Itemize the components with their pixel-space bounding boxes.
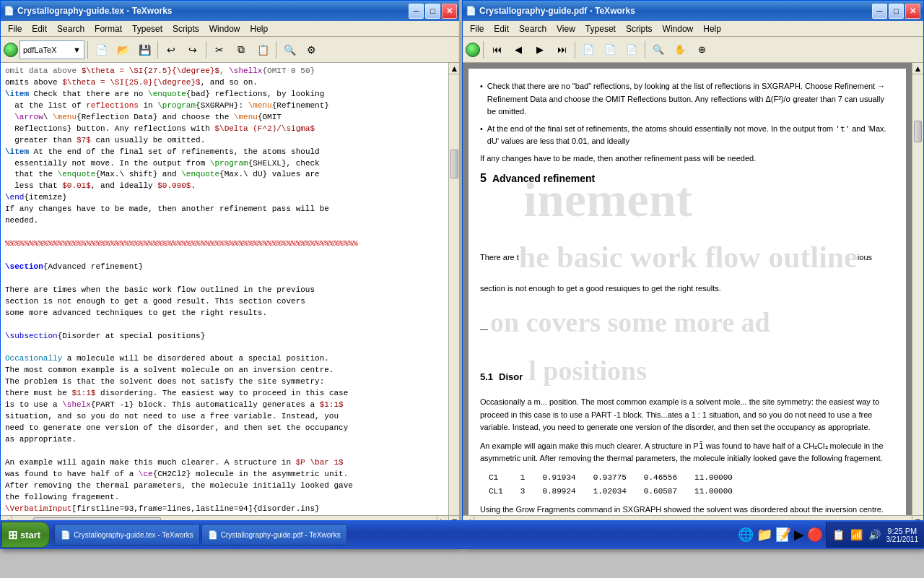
pdf-subsection-title: Disor (499, 370, 523, 384)
page-view-button[interactable]: 📄 (578, 40, 598, 60)
scroll-up-button[interactable]: ▲ (449, 63, 460, 74)
prev-page-button[interactable]: ◀ (508, 40, 528, 60)
page-view-button-2[interactable]: 📄 (600, 40, 620, 60)
pdf-example-text: An example will again make this much cle… (480, 440, 894, 465)
app-icon-3[interactable]: 🔴 (807, 527, 823, 543)
pdf-menu-window[interactable]: Window (658, 22, 698, 35)
search-button[interactable]: 🔍 (279, 40, 300, 60)
start-button[interactable]: ⊞ start (1, 522, 50, 548)
editor-menu-typeset[interactable]: Typeset (128, 22, 167, 35)
editor-menu-search[interactable]: Search (53, 22, 89, 35)
folder-icon[interactable]: 📁 (757, 527, 772, 543)
code-line: was found to have half of a \ce{CH2Cl2} … (5, 469, 444, 480)
editor-window-controls: ─ □ ✕ (409, 4, 457, 19)
editor-menu-window[interactable]: Window (205, 22, 245, 35)
last-page-button[interactable]: ⏭ (552, 40, 572, 60)
editor-menu-file[interactable]: File (4, 22, 26, 35)
code-line: The problem is that the solvent does not… (5, 376, 444, 388)
pdf-menu-search[interactable]: Search (515, 22, 551, 35)
editor-minimize-button[interactable]: ─ (409, 4, 424, 19)
cut-button[interactable]: ✂ (209, 40, 230, 60)
pdf-content-area[interactable]: • Check that there are no "bad" reflecti… (463, 63, 912, 527)
windows-logo: ⊞ (8, 528, 17, 542)
pdf-minimize-button[interactable]: ─ (872, 4, 887, 19)
pdf-menu-typeset[interactable]: Typeset (581, 22, 620, 35)
hand-tool-button[interactable]: ✋ (670, 40, 690, 60)
pdf-subsection-number: 5.1 (480, 370, 493, 384)
code-line: Reflections} button. Any reflections wit… (5, 124, 444, 135)
editor-menu-scripts[interactable]: Scripts (168, 22, 204, 35)
pdf-scroll-up[interactable]: ▲ (912, 63, 923, 74)
show-desktop-icon[interactable]: 📋 (832, 529, 845, 540)
editor-menu-help[interactable]: Help (245, 22, 272, 35)
pdf-section-header: 5 Advanced refinement (480, 170, 894, 187)
scroll-thumb[interactable] (450, 150, 458, 178)
pdf-menu-edit[interactable]: Edit (489, 22, 513, 35)
code-line: there must be $1:1$ disordering. The eas… (5, 388, 444, 400)
window-splitter[interactable] (459, 0, 462, 549)
magnify-button[interactable]: ⊕ (692, 40, 712, 60)
editor-text-area[interactable]: omit data above $\theta = \SI{27.5}{\deg… (1, 63, 448, 527)
code-line: \section{Advanced refinement} (5, 262, 444, 273)
editor-close-button[interactable]: ✕ (442, 4, 457, 19)
editor-menu-format[interactable]: Format (90, 22, 126, 35)
start-label: start (20, 530, 40, 540)
code-line selected-line: section is not enough to get a good resu… (5, 296, 444, 308)
ie-icon[interactable]: 🌐 (738, 527, 754, 543)
code-line: situation, and so you do not need to use… (5, 411, 444, 423)
texworks-icon[interactable]: 📝 (775, 527, 791, 543)
editor-menu-edit[interactable]: Edit (27, 22, 51, 35)
pdf-section-area: 5 Advanced refinement inement (480, 170, 894, 228)
pdf-menu-help[interactable]: Help (699, 22, 725, 35)
settings-button[interactable]: ⚙ (301, 40, 321, 60)
editor-maximize-button[interactable]: □ (425, 4, 440, 19)
pdf-window-controls: ─ □ ✕ (872, 4, 920, 19)
redo-button[interactable]: ↪ (183, 40, 203, 60)
volume-icon[interactable]: 🔊 (868, 529, 881, 540)
next-page-button[interactable]: ▶ (530, 40, 550, 60)
code-line: \subsection{Disorder at special position… (5, 331, 444, 342)
pdf-menu-file[interactable]: File (466, 22, 488, 35)
media-icon[interactable]: ▶ (794, 527, 804, 543)
code-line: \VerbatimInput[firstline=93,frame=lines,… (5, 504, 444, 515)
code-line: omit data above $\theta = \SI{27.5}{\deg… (5, 66, 444, 77)
code-line: \arrow\ \menu{Reflection Data} and choos… (5, 112, 444, 124)
pdf-section-body: There are the basic work flow outlineiou… (480, 233, 894, 295)
code-line: \item Check that there are no \enquote{b… (5, 89, 444, 100)
pdf-close-button[interactable]: ✕ (905, 4, 920, 19)
pdf-run-button[interactable] (466, 43, 480, 57)
taskbar-app-label-0: Crystallography-guide.tex - TeXworks (74, 531, 193, 539)
editor-menu-bar: File Edit Search Format Typeset Scripts … (1, 21, 460, 37)
editor-vscrollbar[interactable]: ▲ ▼ (448, 63, 460, 527)
table-row: C1 1 0.91934 0.93775 0.46556 11.00000 (480, 471, 741, 485)
new-button[interactable]: 📄 (91, 40, 111, 60)
pdf-vscrollbar[interactable]: ▲ ▼ (912, 63, 923, 527)
taskbar-app-1[interactable]: 📄 Crystallography-guide.pdf - TeXworks (201, 524, 347, 545)
run-button[interactable] (4, 43, 18, 57)
zoom-button[interactable]: 🔍 (648, 40, 668, 60)
pdf-bullet-2: • At the end of the final set of refinem… (480, 123, 894, 148)
page-view-button-3[interactable]: 📄 (622, 40, 642, 60)
typeset-dropdown[interactable]: pdfLaTeX ▼ (19, 40, 84, 59)
first-page-button[interactable]: ⏮ (487, 40, 507, 60)
copy-button[interactable]: ⧉ (231, 40, 251, 60)
pdf-toolbar-sep-2 (575, 41, 575, 59)
table-row: CL1 3 0.89924 1.02034 0.60587 11.00000 (480, 485, 741, 499)
undo-button[interactable]: ↩ (161, 40, 181, 60)
pdf-maximize-button[interactable]: □ (889, 4, 904, 19)
save-button[interactable]: 💾 (134, 40, 154, 60)
toolbar-sep-3 (206, 41, 206, 59)
pdf-menu-scripts[interactable]: Scripts (622, 22, 657, 35)
open-button[interactable]: 📂 (113, 40, 133, 60)
typeset-dropdown-arrow: ▼ (73, 46, 81, 54)
pdf-top-content: • Check that there are no "bad" reflecti… (480, 80, 894, 148)
code-line: \end{itemize} (5, 192, 444, 204)
paste-button[interactable]: 📋 (253, 40, 273, 60)
code-line: greater than $7$ can usually be omitted. (5, 135, 444, 147)
code-line (5, 227, 444, 238)
pdf-subsection-body: Occasionally a m... position. The most c… (480, 396, 894, 434)
pdf-menu-view[interactable]: View (552, 22, 580, 35)
taskbar-app-0[interactable]: 📄 Crystallography-guide.tex - TeXworks (54, 524, 199, 545)
code-line: need to generate one version of the diso… (5, 423, 444, 434)
pdf-scroll-thumb[interactable] (914, 121, 922, 142)
